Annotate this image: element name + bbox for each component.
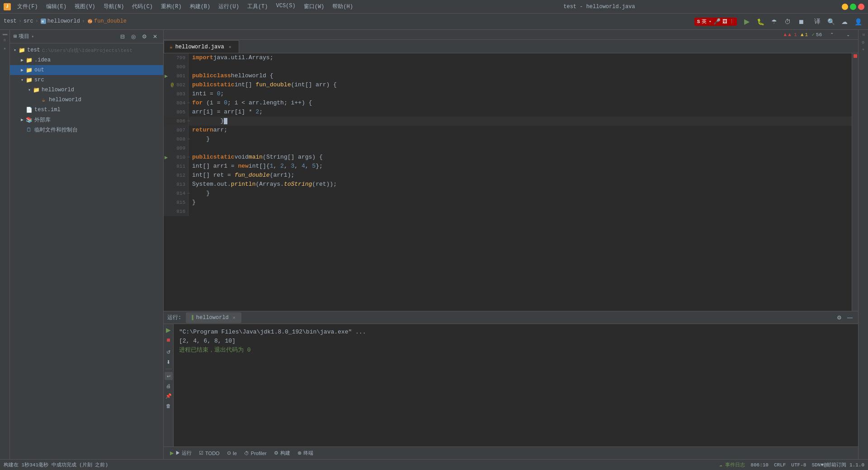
- menu-tools[interactable]: 工具(T): [244, 2, 272, 11]
- terminal-settings-button[interactable]: ⚙: [835, 313, 844, 322]
- gutter-809: 809: [164, 144, 189, 153]
- run-controls: ▶ 🐛 ☂ ⏱ ⏹: [741, 15, 807, 28]
- terminal-icon: ⊗: [297, 450, 302, 456]
- build-button[interactable]: ⚙ 构建: [271, 448, 293, 458]
- minimize-button[interactable]: [842, 4, 848, 10]
- todo-button[interactable]: ☑ TODO: [196, 448, 222, 458]
- menu-edit[interactable]: 编辑(E): [42, 2, 71, 11]
- chevron-down-icon[interactable]: ⌄: [842, 30, 854, 41]
- tree-node-test-iml[interactable]: ▶ 📄 test.iml: [10, 105, 163, 115]
- terminal-minimize-button[interactable]: —: [845, 313, 854, 322]
- gutter-804: 804 —: [164, 99, 189, 108]
- settings-button[interactable]: ⚙: [140, 32, 149, 41]
- menu-vcs[interactable]: VCS(S): [272, 2, 299, 11]
- breadcrumb-project[interactable]: test: [4, 18, 17, 24]
- code-row-800: 800: [164, 62, 852, 71]
- collapse-all-button[interactable]: ⊟: [118, 32, 127, 41]
- tree-node-scratch[interactable]: ▶ 🗒 临时文件和控制台: [10, 125, 163, 135]
- breadcrumb-src[interactable]: src: [24, 18, 33, 24]
- code-801: public class helloworld {: [189, 71, 852, 80]
- breadcrumb-helloworld[interactable]: H helloworld: [40, 18, 80, 24]
- profiler-button[interactable]: ⏱ Profiler: [241, 448, 269, 458]
- menu-build[interactable]: 构建(B): [186, 2, 214, 11]
- events-log[interactable]: ☁ 事件日志: [719, 461, 745, 468]
- structure-icon[interactable]: ≡: [3, 38, 6, 43]
- stop-button[interactable]: ⏹: [795, 15, 807, 28]
- chevron-up-icon[interactable]: ⌃: [826, 30, 838, 41]
- stop-run-button[interactable]: ■: [165, 336, 173, 344]
- code-container[interactable]: 799 import java.util.Arrays; 800 ▶ 801 p…: [164, 53, 852, 311]
- terminal-bottom-button[interactable]: ⊗ 终端: [295, 448, 316, 458]
- menu-run[interactable]: 运行(U): [215, 2, 243, 11]
- breadcrumb-sep3: ›: [82, 18, 85, 24]
- close-panel-button[interactable]: ✕: [151, 32, 160, 41]
- breadcrumb: test › src › H helloworld › fn fun_doubl…: [4, 18, 127, 24]
- line-separator[interactable]: CRLF: [774, 462, 786, 468]
- sougou-more[interactable]: ⋮: [729, 19, 734, 24]
- menu-help[interactable]: 帮助(H): [329, 2, 357, 11]
- profile-button[interactable]: ⏱: [781, 15, 794, 28]
- tree-node-helloworld-folder[interactable]: ▾ 📁 helloworld: [10, 85, 163, 95]
- gutter-806: 806 —: [164, 117, 189, 126]
- tree-node-src[interactable]: ▾ 📁 src: [10, 75, 163, 85]
- run-bottom-button[interactable]: ▶ ▶ 运行: [167, 448, 194, 458]
- run-again-button[interactable]: ▶: [165, 326, 173, 334]
- project-path: C:\Users\白线\IdeaProjects\test: [42, 47, 132, 54]
- fold-icon-806[interactable]: —: [188, 119, 190, 123]
- tree-node-idea[interactable]: ▶ 📁 .idea: [10, 55, 163, 65]
- menu-file[interactable]: 文件(F): [14, 2, 42, 11]
- tab-java-icon: ☕: [170, 44, 173, 50]
- sougou-img[interactable]: 🖼: [722, 19, 727, 24]
- menu-refactor[interactable]: 重构(R): [157, 2, 185, 11]
- svg-text:H: H: [42, 19, 44, 24]
- project-icon[interactable]: ▐: [2, 33, 7, 35]
- bookmark-icon[interactable]: ★: [3, 46, 6, 51]
- right-icon-2[interactable]: ⚙: [862, 40, 864, 45]
- ie-button[interactable]: ⊙ Ie: [224, 448, 240, 458]
- debug-button[interactable]: 🐛: [754, 15, 767, 28]
- breadcrumb-method[interactable]: fn fun_double: [87, 18, 127, 24]
- fold-icon-814[interactable]: —: [188, 191, 190, 196]
- close-button[interactable]: [858, 4, 864, 10]
- cloud-button[interactable]: ☁: [838, 15, 851, 28]
- bottom-panel-bar: ▶ ▶ 运行 ☑ TODO ⊙ Ie ⏱ Profiler ⚙ 构建 ⊗ 终端: [164, 446, 858, 459]
- reload-button[interactable]: ↺: [165, 348, 173, 356]
- terminal-tab-close[interactable]: ✕: [231, 315, 237, 320]
- sougou-en[interactable]: 英: [702, 18, 707, 25]
- tree-node-helloworld-java[interactable]: ▶ ☕ helloworld: [10, 95, 163, 105]
- print-button[interactable]: 🖨: [165, 382, 173, 390]
- fold-icon-810[interactable]: —: [188, 155, 190, 160]
- tree-node-libs[interactable]: ▶ 📚 外部库: [10, 115, 163, 125]
- search-button[interactable]: 🔍: [825, 15, 837, 28]
- status-bar: 构建在 1秒341毫秒 中成功完成 (片刻 之前) ☁ 事件日志 806:10 …: [0, 459, 868, 470]
- menu-nav[interactable]: 导航(N): [100, 2, 128, 11]
- dropdown-icon[interactable]: ▾: [31, 34, 34, 39]
- maximize-button[interactable]: [850, 4, 856, 10]
- wrap-button[interactable]: ↩: [165, 372, 173, 380]
- fold-icon-804[interactable]: —: [188, 101, 190, 105]
- tree-node-out[interactable]: ▶ 📁 out: [10, 65, 163, 75]
- ok-count: ✓ 56: [811, 32, 822, 38]
- right-icon-3[interactable]: ☀: [862, 47, 864, 52]
- terminal-tab-helloworld[interactable]: ▐ helloworld ✕: [186, 312, 241, 323]
- encoding[interactable]: UTF-8: [791, 462, 806, 468]
- run-bottom-label: ▶ 运行: [175, 450, 192, 456]
- menu-view[interactable]: 视图(V): [71, 2, 99, 11]
- trash-button[interactable]: 🗑: [165, 402, 173, 410]
- fold-icon-808[interactable]: —: [188, 137, 190, 141]
- locate-button[interactable]: ◎: [129, 32, 138, 41]
- scroll-down-button[interactable]: ⬇: [165, 358, 173, 366]
- tab-close-icon[interactable]: ✕: [227, 44, 233, 50]
- tab-helloworld[interactable]: ☕ helloworld.java ✕: [164, 40, 239, 53]
- right-icon-1[interactable]: ≡: [861, 32, 866, 38]
- coverage-button[interactable]: ☂: [768, 15, 780, 28]
- menu-window[interactable]: 窗口(W): [300, 2, 328, 11]
- mic-icon[interactable]: 🎤: [713, 18, 721, 25]
- user-icon[interactable]: 👤: [852, 15, 864, 28]
- tree-node-test[interactable]: ▾ 📁 test C:\Users\白线\IdeaProjects\test: [10, 45, 163, 55]
- menu-code[interactable]: 代码(C): [128, 2, 156, 11]
- run-button[interactable]: ▶: [741, 15, 753, 28]
- translate-button[interactable]: 译: [811, 15, 824, 28]
- pin-button[interactable]: 📌: [165, 392, 173, 400]
- gutter-808: 808 —: [164, 135, 189, 144]
